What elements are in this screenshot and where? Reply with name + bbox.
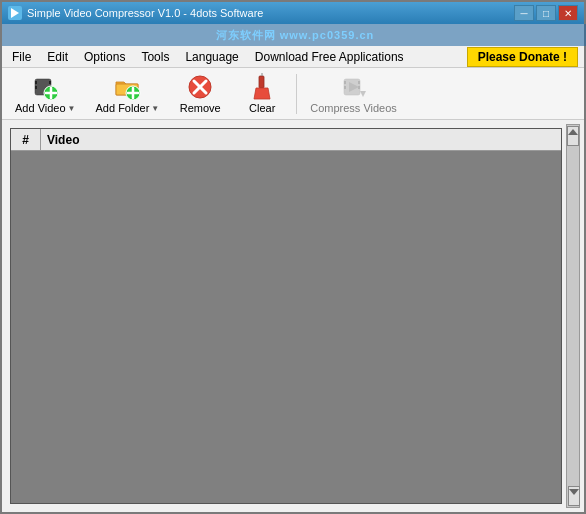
menu-bar: File Edit Options Tools Language Downloa…: [2, 46, 584, 68]
menu-item-download[interactable]: Download Free Applications: [247, 46, 412, 68]
svg-marker-25: [568, 129, 578, 135]
add-folder-button[interactable]: Add Folder ▼: [87, 71, 169, 117]
svg-rect-3: [35, 86, 37, 89]
svg-rect-16: [259, 76, 264, 88]
svg-rect-4: [49, 81, 51, 84]
svg-marker-0: [11, 8, 19, 18]
main-window: Simple Video Compressor V1.0 - 4dots Sof…: [0, 0, 586, 514]
remove-icon: [186, 73, 214, 101]
menu-item-language[interactable]: Language: [177, 46, 246, 68]
scrollbar-thumb-up[interactable]: [567, 126, 579, 146]
add-folder-icon: [113, 73, 141, 101]
svg-marker-24: [360, 91, 366, 97]
column-video: Video: [41, 129, 561, 150]
remove-button[interactable]: Remove: [170, 71, 230, 117]
title-bar-text: Simple Video Compressor V1.0 - 4dots Sof…: [27, 7, 514, 19]
add-video-dropdown-arrow: ▼: [68, 104, 76, 113]
add-folder-dropdown-arrow: ▼: [151, 104, 159, 113]
compress-videos-icon: [340, 73, 368, 101]
close-button[interactable]: ✕: [558, 5, 578, 21]
table-body: [11, 151, 561, 503]
scrollbar-track[interactable]: [566, 124, 580, 508]
menu-item-file[interactable]: File: [4, 46, 39, 68]
add-video-button[interactable]: Add Video ▼: [6, 71, 85, 117]
svg-rect-2: [35, 81, 37, 84]
watermark: 河东软件网 www.pc0359.cn: [2, 24, 586, 46]
app-icon: [8, 6, 22, 20]
compress-videos-button[interactable]: Compress Videos: [301, 71, 406, 117]
maximize-button[interactable]: □: [536, 5, 556, 21]
table-header: # Video: [11, 129, 561, 151]
scrollbar-thumb-down[interactable]: [568, 486, 580, 506]
donate-button[interactable]: Please Donate !: [467, 47, 578, 67]
svg-marker-26: [569, 489, 579, 495]
add-video-icon: [31, 73, 59, 101]
svg-rect-20: [344, 86, 346, 89]
menu-item-options[interactable]: Options: [76, 46, 133, 68]
compress-videos-label: Compress Videos: [310, 102, 397, 114]
clear-icon: [248, 73, 276, 101]
svg-rect-22: [358, 86, 360, 89]
toolbar: Add Video ▼ Add Folder ▼: [2, 68, 584, 120]
clear-button[interactable]: Clear: [232, 71, 292, 117]
minimize-button[interactable]: ─: [514, 5, 534, 21]
content-area: # Video: [10, 128, 562, 504]
content-wrapper: # Video: [6, 124, 580, 508]
column-hash: #: [11, 129, 41, 150]
menu-item-tools[interactable]: Tools: [133, 46, 177, 68]
remove-label: Remove: [180, 102, 221, 114]
add-video-label: Add Video ▼: [15, 102, 76, 114]
menu-item-edit[interactable]: Edit: [39, 46, 76, 68]
title-bar-controls: ─ □ ✕: [514, 5, 578, 21]
title-bar: Simple Video Compressor V1.0 - 4dots Sof…: [2, 2, 584, 24]
toolbar-separator: [296, 74, 297, 114]
clear-label: Clear: [249, 102, 275, 114]
svg-rect-19: [344, 81, 346, 84]
add-folder-label: Add Folder ▼: [96, 102, 160, 114]
svg-rect-21: [358, 81, 360, 84]
